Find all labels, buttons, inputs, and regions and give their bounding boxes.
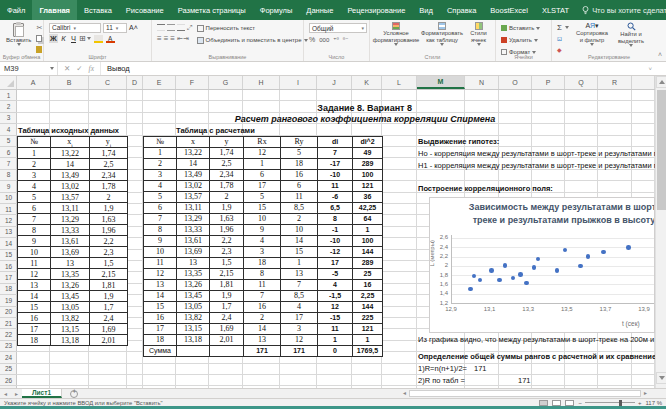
row-header-9[interactable]: 9 xyxy=(0,181,17,192)
grow-font-button[interactable]: А˄ xyxy=(129,24,138,31)
scroll-right-button[interactable]: ► xyxy=(641,390,650,396)
table-cell[interactable]: 13,05 xyxy=(51,302,90,313)
column-header-P[interactable]: P xyxy=(532,76,565,89)
fill-button[interactable]: ⊡ xyxy=(557,34,569,43)
table-cell[interactable]: 1,78 xyxy=(90,181,128,192)
expand-formula-bar-button[interactable]: ˅ xyxy=(648,66,652,72)
row-header-2[interactable]: 2 xyxy=(0,101,17,112)
table-cell[interactable]: 1,9 xyxy=(210,290,244,301)
underline-button[interactable]: Ч xyxy=(69,34,78,43)
number-format-select[interactable]: Общий▾ xyxy=(309,23,367,33)
table-cell[interactable]: 16 xyxy=(144,312,177,323)
column-header-B[interactable]: B xyxy=(50,76,89,89)
table-cell[interactable]: -12 xyxy=(318,246,353,257)
table-cell[interactable]: 2 xyxy=(18,159,51,170)
next-sheet-arrow[interactable]: ▸ xyxy=(11,390,22,397)
table-cell[interactable]: 1,7 xyxy=(90,302,128,313)
table-cell[interactable]: 2 xyxy=(281,213,318,224)
table-cell[interactable]: 12 xyxy=(244,147,281,158)
table-cell[interactable]: 15 xyxy=(281,246,318,257)
table-cell[interactable]: 4 xyxy=(18,181,51,192)
table-cell[interactable]: 13 xyxy=(244,334,281,345)
table-cell[interactable]: 1,69 xyxy=(90,324,128,335)
table-cell[interactable]: 121 xyxy=(353,180,383,191)
table-cell[interactable]: 4 xyxy=(144,180,177,191)
table-cell[interactable]: 2,15 xyxy=(90,269,128,280)
table-cell[interactable]: 1 xyxy=(244,158,281,169)
percent-style-button[interactable]: % xyxy=(309,36,315,43)
table-cell[interactable]: 12 xyxy=(281,334,318,345)
table-cell[interactable]: 13,57 xyxy=(51,192,90,203)
scroll-left-button[interactable]: ◄ xyxy=(400,390,409,396)
table-cell[interactable]: 42,25 xyxy=(353,202,383,213)
table-cell[interactable]: 13,22 xyxy=(177,147,210,158)
row-header-17[interactable]: 17 xyxy=(0,272,17,283)
table-cell[interactable]: 7 xyxy=(281,279,318,290)
table-cell[interactable]: 8 xyxy=(244,268,281,279)
horizontal-scroll-thumb[interactable] xyxy=(409,390,641,397)
table-cell[interactable]: 8 xyxy=(18,225,51,236)
row-header-7[interactable]: 7 xyxy=(0,158,17,169)
table-cell[interactable]: 1 xyxy=(281,257,318,268)
table-cell[interactable]: -6 xyxy=(318,191,353,202)
table-cell[interactable] xyxy=(210,345,244,356)
table-cell[interactable]: 9 xyxy=(244,224,281,235)
table-cell[interactable]: 144 xyxy=(353,246,383,257)
table-cell[interactable]: 15 xyxy=(18,302,51,313)
align-middle-icon[interactable] xyxy=(167,24,175,31)
clear-button[interactable]: ◆ xyxy=(557,45,569,54)
vertical-scrollbar[interactable] xyxy=(655,76,666,388)
wrap-text-button[interactable]: Переносить текст xyxy=(197,23,308,33)
table-cell[interactable]: 13,45 xyxy=(177,290,210,301)
table-cell[interactable]: 13,22 xyxy=(51,148,90,159)
row-header-5[interactable]: 5 xyxy=(0,136,17,147)
table-cell[interactable]: 17 xyxy=(281,312,318,323)
table-cell[interactable]: 2,2 xyxy=(210,235,244,246)
table-cell[interactable]: 13,26 xyxy=(177,279,210,290)
table-cell[interactable]: 14 xyxy=(281,235,318,246)
row-header-8[interactable]: 8 xyxy=(0,170,17,181)
table-cell[interactable]: 11 xyxy=(144,257,177,268)
table-cell[interactable]: 15 xyxy=(144,301,177,312)
table-cell[interactable]: 2,4 xyxy=(90,313,128,324)
table-cell[interactable]: 13 xyxy=(144,279,177,290)
column-header-O[interactable]: O xyxy=(499,76,532,89)
table-cell[interactable]: -5 xyxy=(318,268,353,279)
table-cell[interactable]: № xyxy=(18,136,51,148)
cell-styles-button[interactable]: Стили ячеек xyxy=(465,22,492,46)
table-cell[interactable]: 13,11 xyxy=(51,203,90,214)
table-cell[interactable]: 5 xyxy=(144,191,177,202)
table-cell[interactable]: 13,18 xyxy=(177,334,210,345)
increase-decimal-button[interactable]: ⁺⁰ xyxy=(333,36,339,43)
table-cell[interactable]: Сумма xyxy=(144,345,177,356)
table-cell[interactable]: 13,29 xyxy=(177,213,210,224)
table-cell[interactable]: 13,02 xyxy=(51,181,90,192)
decrease-decimal-button[interactable]: ⁰⁻ xyxy=(343,36,349,43)
table-cell[interactable]: 14 xyxy=(18,291,51,302)
table-cell[interactable]: 7 xyxy=(244,290,281,301)
table-cell[interactable]: 18 xyxy=(281,158,318,169)
table-cell[interactable]: 13,02 xyxy=(177,180,210,191)
column-header-F[interactable]: F xyxy=(176,76,209,89)
table-cell[interactable]: 13,29 xyxy=(51,214,90,225)
row-header-15[interactable]: 15 xyxy=(0,250,17,261)
table-cell[interactable]: 16 xyxy=(353,279,383,290)
table-cell[interactable]: 10 xyxy=(144,246,177,257)
table-cell[interactable]: 1,5 xyxy=(210,257,244,268)
format-as-table-button[interactable]: Форматировать как таблицу xyxy=(419,22,465,46)
ribbon-tab-7[interactable]: Рецензирование xyxy=(340,0,412,20)
table-cell[interactable]: 13,26 xyxy=(51,280,90,291)
column-header-A[interactable]: A xyxy=(17,76,50,89)
table-cell[interactable]: xi xyxy=(51,136,90,148)
row-header-14[interactable]: 14 xyxy=(0,238,17,249)
insert-cells-button[interactable]: Вставить xyxy=(501,23,546,33)
table-cell[interactable]: 1,81 xyxy=(210,279,244,290)
column-header-L[interactable]: L xyxy=(382,76,417,89)
table-cell[interactable]: -15 xyxy=(318,312,353,323)
table-cell[interactable]: 2,2 xyxy=(90,236,128,247)
table-cell[interactable]: 11 xyxy=(18,258,51,269)
table-cell[interactable]: 13,82 xyxy=(177,312,210,323)
format-painter-button[interactable] xyxy=(36,45,42,54)
table-cell[interactable]: 1,96 xyxy=(210,224,244,235)
table-cell[interactable]: 17 xyxy=(244,180,281,191)
